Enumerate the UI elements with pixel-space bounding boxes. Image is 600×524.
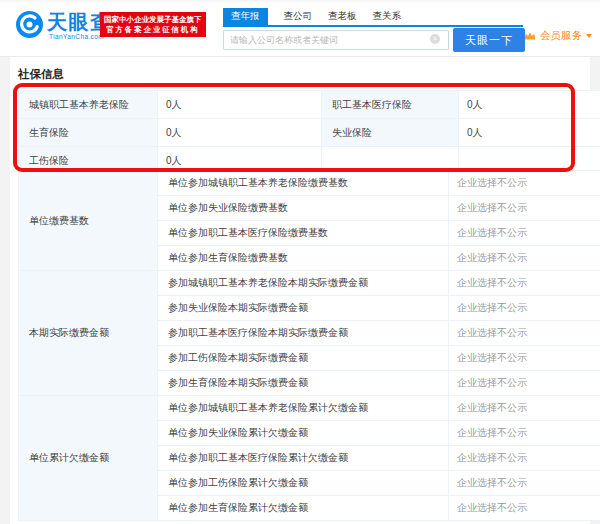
table-row: 城镇职工基本养老保险0人职工基本医疗保险0人 (19, 91, 600, 119)
not-disclosed-value: 企业选择不公示 (449, 421, 600, 446)
search-tab[interactable]: 查公司 (284, 8, 313, 25)
not-disclosed-value: 企业选择不公示 (449, 271, 600, 296)
detail-item-label: 单位参加职工基本医疗保险累计欠缴金额 (158, 446, 449, 471)
not-disclosed-value: 企业选择不公示 (449, 496, 600, 521)
detail-item-label: 参加失业保险本期实际缴费金额 (158, 296, 449, 321)
search-row: × 天眼一下 (223, 28, 525, 52)
not-disclosed-value: 企业选择不公示 (449, 321, 600, 346)
insured-count-value: 0人 (459, 91, 600, 119)
social-insurance-card: 社保信息 城镇职工基本养老保险0人职工基本医疗保险0人生育保险0人失业保险0人工… (10, 57, 590, 524)
table-row: 单位累计欠缴金额单位参加城镇职工基本养老保险累计欠缴金额企业选择不公示 (19, 396, 600, 421)
chevron-down-icon (586, 34, 592, 38)
search-input[interactable] (223, 30, 449, 50)
not-disclosed-value: 企业选择不公示 (449, 471, 600, 496)
search-button[interactable]: 天眼一下 (453, 28, 525, 52)
insurance-type-label: 生育保险 (19, 119, 158, 147)
search-area: 查年报查公司查老板查关系 × 天眼一下 (223, 9, 525, 52)
badge-line1: 国家中小企业发展子基金旗下 (104, 15, 202, 25)
contribution-detail-table: 单位缴费基数单位参加城镇职工基本养老保险缴费基数企业选择不公示单位参加失业保险缴… (18, 170, 600, 521)
detail-item-label: 参加城镇职工基本养老保险本期实际缴费金额 (158, 271, 449, 296)
insurance-type-label: 城镇职工基本养老保险 (19, 91, 158, 119)
search-tab[interactable]: 查老板 (328, 8, 357, 25)
insurance-type-label: 职工基本医疗保险 (322, 91, 459, 119)
detail-item-label: 单位参加城镇职工基本养老保险缴费基数 (158, 171, 449, 196)
clear-search-icon[interactable]: × (430, 34, 440, 44)
not-disclosed-value: 企业选择不公示 (449, 346, 600, 371)
detail-item-label: 参加工伤保险本期实际缴费金额 (158, 346, 449, 371)
detail-item-label: 单位参加失业保险累计欠缴金额 (158, 421, 449, 446)
top-header: 天眼查 TianYanCha.com 国家中小企业发展子基金旗下 官方备案企业征… (0, 0, 600, 57)
detail-item-label: 单位参加职工基本医疗保险缴费基数 (158, 221, 449, 246)
section-title: 社保信息 (18, 67, 64, 82)
not-disclosed-value: 企业选择不公示 (449, 196, 600, 221)
not-disclosed-value: 企业选择不公示 (449, 246, 600, 271)
not-disclosed-value: 企业选择不公示 (449, 371, 600, 396)
detail-item-label: 单位参加城镇职工基本养老保险累计欠缴金额 (158, 396, 449, 421)
detail-item-label: 参加生育保险本期实际缴费金额 (158, 371, 449, 396)
not-disclosed-value: 企业选择不公示 (449, 296, 600, 321)
detail-group-label: 本期实际缴费金额 (19, 271, 158, 396)
vip-label: 会员服务 (540, 29, 582, 43)
not-disclosed-value: 企业选择不公示 (449, 221, 600, 246)
not-disclosed-value: 企业选择不公示 (449, 396, 600, 421)
table-row: 本期实际缴费金额参加城镇职工基本养老保险本期实际缴费金额企业选择不公示 (19, 271, 600, 296)
detail-item-label: 单位参加生育保险累计欠缴金额 (158, 496, 449, 521)
insured-count-value: 0人 (158, 119, 322, 147)
detail-item-label: 参加职工基本医疗保险本期实际缴费金额 (158, 321, 449, 346)
search-tab[interactable]: 查年报 (223, 8, 268, 25)
detail-group-label: 单位累计欠缴金额 (19, 396, 158, 521)
badge-line2: 官方备案企业征信机构 (104, 25, 202, 35)
insurance-type-label: 失业保险 (322, 119, 459, 147)
insured-count-value: 0人 (459, 119, 600, 147)
vip-crown-icon (524, 31, 536, 41)
detail-item-label: 单位参加生育保险缴费基数 (158, 246, 449, 271)
search-tab[interactable]: 查关系 (373, 8, 402, 25)
insured-count-value: 0人 (158, 91, 322, 119)
detail-item-label: 单位参加工伤保险累计欠缴金额 (158, 471, 449, 496)
table-row: 单位缴费基数单位参加城镇职工基本养老保险缴费基数企业选择不公示 (19, 171, 600, 196)
tianyancha-logo-icon[interactable] (16, 11, 43, 38)
insured-headcount-table: 城镇职工基本养老保险0人职工基本医疗保险0人生育保险0人失业保险0人工伤保险0人 (18, 90, 600, 175)
top-divider (0, 0, 600, 2)
not-disclosed-value: 企业选择不公示 (449, 446, 600, 471)
detail-item-label: 单位参加失业保险缴费基数 (158, 196, 449, 221)
detail-group-label: 单位缴费基数 (19, 171, 158, 271)
not-disclosed-value: 企业选择不公示 (449, 171, 600, 196)
brand-domain: TianYanCha.com (49, 33, 104, 40)
search-tabs: 查年报查公司查老板查关系 (223, 9, 523, 27)
official-badge: 国家中小企业发展子基金旗下 官方备案企业征信机构 (100, 12, 206, 37)
table-row: 生育保险0人失业保险0人 (19, 119, 600, 147)
vip-services[interactable]: 会员服务 (524, 29, 592, 43)
